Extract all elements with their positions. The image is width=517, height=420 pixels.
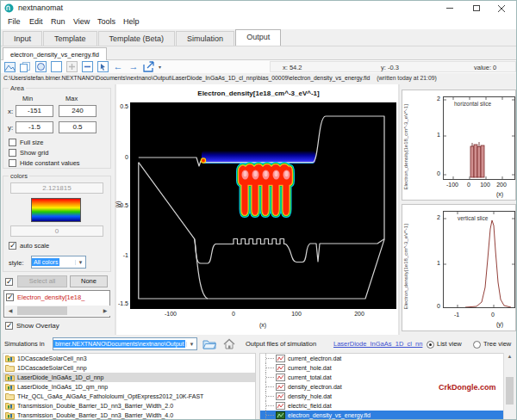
ellipse-select-icon[interactable] [34,61,47,72]
menu-edit[interactable]: Edit [29,17,43,26]
color-min-value[interactable]: 0 [10,225,103,237]
browse-folder-icon[interactable] [202,337,216,353]
data-file-icon [276,402,285,410]
scroll-left-icon[interactable]: ◀ [5,306,16,316]
folder-row-selected[interactable]: LaserDiode_InGaAs_1D_cl_nnp [3,373,255,382]
file-row[interactable]: electric_field.dat [260,401,503,411]
menu-run[interactable]: Run [51,17,65,26]
dataset-item[interactable]: Electron_density[1e18_ [6,293,84,301]
plot-controls-panel: Area Min Max x: -151 240 y: -1.5 0.5 Ful… [1,84,115,335]
main-plot-canvas[interactable] [130,102,396,309]
dataset-listbox: Electron_density[1e18_ ◀ ▶ [3,290,110,318]
file-row[interactable]: current_hole.dat [260,363,503,373]
file-name: density_hole.dat [288,393,332,399]
scrollbar-thumb[interactable] [17,306,67,315]
simulation-link[interactable]: LaserDiode_InGaAs_1D_cl_nn [333,340,422,348]
close-button[interactable] [490,1,513,15]
folder-name: LaserDiode_InGaAs_1D_qm_nnp [17,384,108,390]
y-min-input[interactable]: -1.5 [16,121,53,133]
v-slice-plot[interactable]: vertical slice [443,211,515,308]
file-row[interactable]: current_electron.dat [260,354,503,363]
tree-connector [265,382,276,392]
pointer-mode-icon[interactable] [97,61,109,72]
file-row[interactable]: current_total.dat [260,373,503,382]
folder-row[interactable]: Transmission_Double_Barrier_1D_nn3_Barri… [3,411,255,420]
folder-row[interactable]: 1DCascadeSolarCell_nnp [3,363,255,373]
folder-row[interactable]: LaserDiode_InGaAs_1D_qm_nnp [3,382,255,392]
tab-template-beta[interactable]: Template (Beta) [98,31,176,46]
show-overlay-checkbox[interactable] [5,322,13,330]
list-view-radio[interactable] [427,341,434,349]
export-dropdown-caret[interactable]: ▾ [159,64,161,70]
cursor-x-readout: x: 54.2 [283,64,302,71]
copy-icon[interactable] [19,61,31,72]
horizontal-scrollbar[interactable]: ◀ ▶ [5,306,110,316]
scroll-right-icon[interactable]: ▶ [100,306,110,316]
data-file-icon [276,364,285,372]
select-all-button[interactable]: Select all [17,275,67,287]
full-size-row: Full size [9,139,44,146]
y-max-input[interactable]: 0.5 [59,121,97,133]
folder-row[interactable]: Transmission_Double_Barrier_1D_nn3_Barri… [3,401,255,411]
folder-row[interactable]: 1DCascadeSolarCell_nn3 [3,354,255,363]
menu-view[interactable]: View [73,17,90,26]
style-select[interactable]: All colors ▼ [31,256,86,269]
menu-help[interactable]: Help [123,17,140,26]
max-header: Max [65,95,78,102]
tab-output[interactable]: Output [235,29,281,46]
h-slice-title: horizontal slice [454,101,491,107]
home-icon[interactable] [223,337,235,353]
simulation-folder-list[interactable]: 1DCascadeSolarCell_nn3 1DCascadeSolarCel… [3,353,256,420]
show-overlay-row: Show Overlay [5,322,59,330]
density-hotspot [201,158,205,163]
data-file-icon [276,411,285,419]
save-image-icon[interactable] [3,61,16,72]
tree-view-radio[interactable] [473,341,481,349]
hide-constant-checkbox[interactable] [9,159,16,167]
list-view-label: List view [437,340,462,348]
x-max-input[interactable]: 240 [59,105,97,117]
minimize-button[interactable] [439,1,461,15]
show-grid-checkbox[interactable] [9,149,16,157]
chevron-down-icon: ▼ [186,342,196,347]
select-group-checkbox[interactable] [5,278,13,286]
scrollbar-thumb[interactable] [506,377,514,405]
file-row-selected[interactable]: electron_density_vs_energy.fld [260,411,503,420]
dataset-label: Electron_density[1e18_ [17,293,84,301]
tab-input[interactable]: Input [3,31,42,46]
full-size-checkbox[interactable] [9,139,16,146]
none-button[interactable]: None [70,275,108,287]
simulations-path-combo[interactable]: birner.NEXTNANO\Documents\nextnano\Outpu… [53,337,197,350]
maximize-button[interactable] [465,1,488,15]
zoom-out-icon[interactable] [81,61,93,72]
v-slice-ytick-1: 1 [428,260,440,266]
close-icon [498,5,505,12]
menu-file[interactable]: File [8,17,21,26]
x-min-input[interactable]: -151 [16,105,53,117]
v-slice-ytick-2: 0 [428,303,440,309]
cursor-readout-strip: x: 54.2 y: -0.3 value: 0 [270,61,516,72]
scroll-up-icon[interactable]: ▲ [504,354,515,359]
file-path: C:\Users\stefan.birner.NEXTNANO\Document… [3,75,370,81]
auto-scale-checkbox[interactable] [9,242,16,250]
cursor-y-readout: y: -0.3 [381,64,399,71]
tab-simulation[interactable]: Simulation [176,31,234,46]
file-row[interactable]: density_hole.dat [260,392,503,401]
rect-select-icon[interactable] [50,61,62,72]
document-tab[interactable]: electron_density_vs_energy.fld [3,47,107,60]
h-slice-plot[interactable]: horizontal slice [443,96,515,180]
h-slice-xtick-2: 100 [477,182,494,188]
horizontal-slice-panel: Electron_density[1e18_cm^-3_eV^-1] 2 1 0… [402,90,516,201]
back-arrow-icon[interactable]: ← [112,61,124,72]
color-max-value[interactable]: 2.121815 [10,182,103,194]
file-list-scrollbar[interactable]: ▲ [503,353,514,420]
file-name: electron_density_vs_energy.fld [288,412,371,418]
zoom-in-icon[interactable] [65,61,78,72]
tab-template[interactable]: Template [43,31,97,46]
dataset-checkbox[interactable] [6,293,14,301]
folder-row[interactable]: THz_QCL_GaAs_AlGaAs_Fathololoumi_OptExpr… [3,392,255,401]
export-icon[interactable] [143,61,155,72]
forward-arrow-icon[interactable]: → [128,61,140,72]
menu-tools[interactable]: Tools [97,17,115,26]
main-ytick-3: -1 [117,252,128,258]
